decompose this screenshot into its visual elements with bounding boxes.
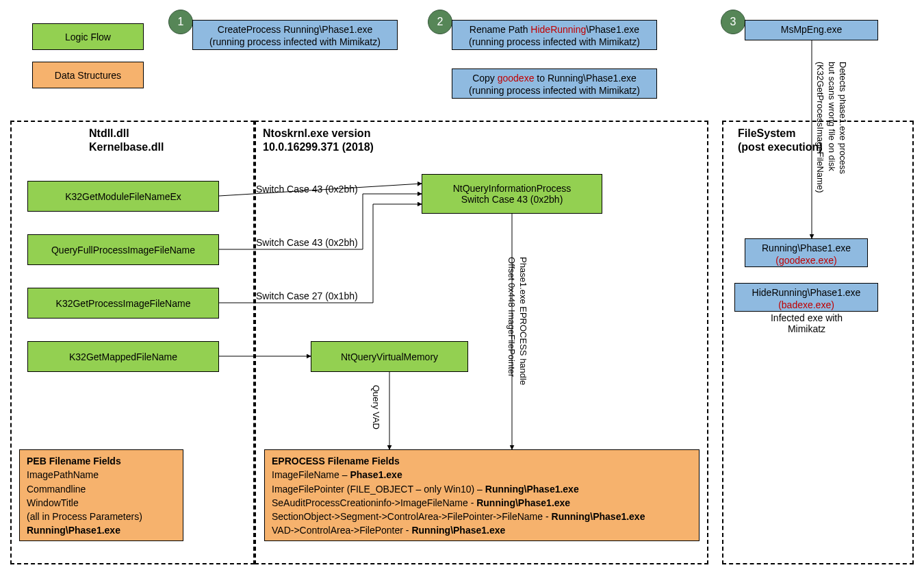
eproc-row5: VAD->ControlArea->FilePonter - Running\P… (272, 523, 692, 537)
eproc-row4: SectionObject->Segment->ControlArea->Fil… (272, 510, 692, 523)
peb-row2: Commandline (27, 482, 176, 496)
fs-good-box: Running\Phase1.exe (goodexe.exe) (745, 238, 868, 267)
eproc-row2: ImageFilePointer (FILE_OBJECT – only Win… (272, 482, 692, 496)
step-1-line1: CreateProcess Running\Phase1.exe (197, 23, 393, 36)
fn-k32-process-image: K32GetProcessImageFileName (27, 288, 219, 319)
fs-bad-note: Infected exe with Mimikatz (764, 312, 849, 334)
step-1-badge: 1 (168, 10, 193, 34)
fs-bad-l2: (badexe.exe) (739, 299, 873, 311)
eproc-title: EPROCESS Filename Fields (272, 454, 692, 468)
step-2b-box: Copy goodexe to Running\Phase1.exe (runn… (452, 69, 657, 99)
fs-bad-box: HideRunning\Phase1.exe (badexe.exe) (734, 283, 878, 312)
fs-bad-note-l2: Mimikatz (764, 323, 849, 334)
step-2a-line1: Rename Path HideRunning\Phase1.exe (457, 23, 652, 36)
step-2a-box: Rename Path HideRunning\Phase1.exe (runn… (452, 20, 657, 50)
legend-logic-flow: Logic Flow (32, 23, 144, 50)
fs-title-line1: FileSystem (738, 127, 795, 140)
peb-row3: WindowTitle (27, 496, 176, 510)
peb-row4: (all in Process Parameters) (27, 510, 176, 523)
peb-title: PEB Filename Fields (27, 454, 176, 468)
step-3-box: MsMpEng.exe (745, 20, 878, 40)
fn-ntquery-virtual: NtQueryVirtualMemory (311, 341, 468, 372)
step-1-box: CreateProcess Running\Phase1.exe (runnin… (192, 20, 398, 50)
edge-label-sw43-a: Switch Case 43 (0x2bh) (256, 184, 358, 195)
fs-bad-l1: HideRunning\Phase1.exe (739, 286, 873, 299)
step-2a-line2: (running process infected with Mimikatz) (457, 36, 652, 48)
step-3-badge: 3 (721, 10, 745, 34)
fs-bad-note-l1: Infected exe with (764, 312, 849, 323)
fn-ntquery-info: NtQueryInformationProcess Switch Case 43… (422, 174, 602, 214)
eprocess-box: EPROCESS Filename Fields ImageFileName –… (264, 449, 700, 541)
fn-queryfull: QueryFullProcessImageFileName (27, 234, 219, 265)
edge-label-sw27: Switch Case 27 (0x1bh) (256, 290, 358, 301)
fn-k32-mapped: K32GetMappedFileName (27, 341, 219, 372)
step-2b-line2: (running process infected with Mimikatz) (457, 84, 652, 97)
legend-data-structures: Data Structures (32, 62, 144, 88)
eproc-row3: SeAuditProcessCreationinfo->ImageFileNam… (272, 496, 692, 510)
edge-label-detect: Detects phase1.exe processbut scans wron… (814, 62, 848, 192)
step-2-badge: 2 (428, 10, 452, 34)
ntoskrnl-title-line1: Ntoskrnl.exe version (263, 127, 370, 140)
peb-box: PEB Filename Fields ImagePathName Comman… (19, 449, 183, 541)
peb-row1: ImagePathName (27, 468, 176, 482)
peb-row5: Running\Phase1.exe (27, 523, 176, 537)
edge-label-query-vad: Query VAD (370, 385, 381, 430)
fs-good-l1: Running\Phase1.exe (749, 242, 863, 254)
edge-label-eprocess-handle: Phase1.exe EPROCESS handleOffset 0x448 I… (506, 257, 528, 385)
fn-ntquery-info-l2: Switch Case 43 (0x2bh) (461, 194, 563, 205)
fs-title-line2: (post execution) (738, 141, 823, 153)
fn-k32-module: K32GetModuleFileNameEx (27, 181, 219, 212)
ntdll-title-line1: Ntdll.dll (89, 127, 129, 140)
ntdll-title-line2: Kernelbase.dll (89, 141, 164, 153)
step-2b-line1: Copy goodexe to Running\Phase1.exe (457, 72, 652, 84)
fn-ntquery-info-l1: NtQueryInformationProcess (453, 183, 572, 194)
fs-good-l2: (goodexe.exe) (749, 254, 863, 266)
step-1-line2: (running process infected with Mimikatz) (197, 36, 393, 48)
ntoskrnl-title-line2: 10.0.16299.371 (2018) (263, 141, 374, 153)
edge-label-sw43-b: Switch Case 43 (0x2bh) (256, 237, 358, 248)
eproc-row1: ImageFileName – Phase1.exe (272, 468, 692, 482)
